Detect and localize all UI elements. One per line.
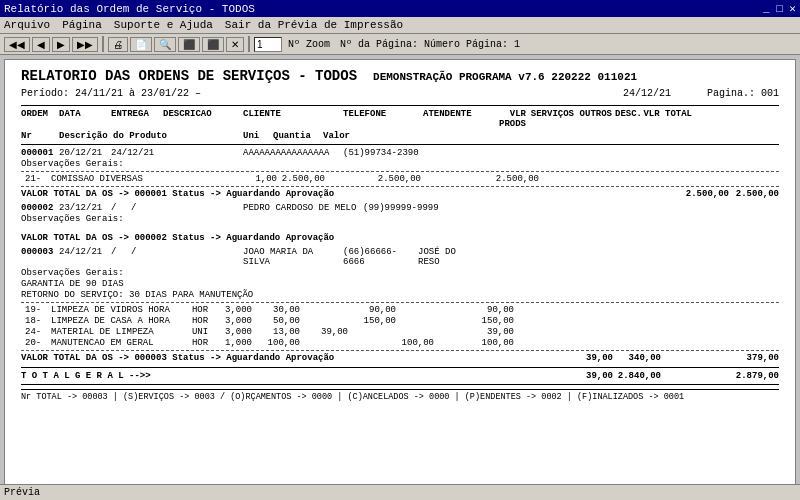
order-3-item-1: 19- LIMPEZA DE VIDROS HORA HOR 3,000 30,… [21,305,779,315]
col-vlrtotal: VLR TOTAL [642,109,692,129]
order-3-obs: Observações Gerais: [21,268,779,278]
i33-servicos [348,327,396,337]
btn-next[interactable]: ▶ [52,37,70,52]
zoom-label: Nº Zoom [288,39,330,50]
i31-uni: HOR [186,305,214,315]
o2-telefone: (99)99999-9999 [363,203,443,213]
col-outros: OUTROS [574,109,612,129]
date-right: 24/12/21 [623,88,671,99]
i32-desc: LIMPEZA DE CASA A HORA [51,316,186,326]
o2-cliente: PEDRO CARDOSO DE MELO [243,203,363,213]
order-3-row: 000003 24/12/21 / / JOAO MARIA DA SILVA … [21,247,779,267]
order-3-item-2: 18- LIMPEZA DE CASA A HORA HOR 3,000 50,… [21,316,779,326]
i33-desc2 [434,327,464,337]
order-3-total-row: VALOR TOTAL DA OS -> 000003 Status -> Ag… [21,353,779,363]
o2-data: 23/12/21 [59,203,111,213]
i34-servicos [348,338,396,348]
menu-suporte[interactable]: Suporte e Ajuda [114,19,213,31]
i33-outros [396,327,434,337]
header-row-1: ORDEM DATA ENTREGA DESCRICAO CLIENTE TEL… [21,109,779,129]
toolbar-sep-2 [248,36,250,52]
btn-tool3[interactable]: 🔍 [154,37,176,52]
o1-total-total: 2.500,00 [729,189,779,199]
order-3-obs3: RETORNO DO SERVIÇO: 30 DIAS PARA MANUTEN… [21,290,779,300]
o2-slash: / [131,203,163,213]
i32-val: 50,00 [252,316,300,326]
toolbar-sep-1 [102,36,104,52]
i34-desc2 [434,338,464,348]
order-3-obs2: GARANTIA DE 90 DIAS [21,279,779,289]
summary-text: Nr TOTAL -> 00003 | (S)ERVIÇOS -> 0003 /… [21,392,684,402]
header-divider-top [21,105,779,106]
report-title-main: RELATORIO DAS ORDENS DE SERVIÇOS - TODOS [21,68,357,84]
o1-total-servicos: 2.500,00 [681,189,729,199]
order-2-spacer [21,225,779,231]
btn-tool5[interactable]: ⬛ [202,37,224,52]
toolbar: ◀◀ ◀ ▶ ▶▶ 🖨 📄 🔍 ⬛ ⬛ ✕ Nº Zoom Nº da Pági… [0,34,800,55]
o3-total-desc2 [699,353,729,363]
col-cliente: CLIENTE [243,109,343,129]
i33-uni: UNI [186,327,214,337]
o3-total-spacer [661,353,699,363]
order-3-item-3: 24- MATERIAL DE LIMPEZA UNI 3,000 13,00 … [21,327,779,337]
btn-prev[interactable]: ◀ [32,37,50,52]
i31-vlrprods [300,305,348,315]
col-atendente: ATENDENTE [423,109,478,129]
i1-val: 2.500,00 [277,174,325,184]
order-1-item-1: 21- COMISSAO DIVERSAS 1,00 2.500,00 2.50… [21,174,779,184]
i1-vlrprods [325,174,373,184]
o2-entrega: / [111,203,131,213]
o3-total-servicos: 340,00 [613,353,661,363]
btn-tool6[interactable]: ✕ [226,37,244,52]
btn-tool1[interactable]: 🖨 [108,37,128,52]
i34-total: 100,00 [464,338,514,348]
menu-pagina[interactable]: Página [62,19,102,31]
window-controls[interactable]: _ □ ✕ [763,2,796,15]
total-geral-desc [699,371,729,381]
o3-total-label: VALOR TOTAL DA OS -> 000003 Status -> Ag… [21,353,565,363]
i33-qtd: 3,000 [214,327,252,337]
col-desc: DESC. [612,109,642,129]
i33-val: 13,00 [252,327,300,337]
o1-descricao [163,148,243,158]
o2-id: 000002 [21,203,59,213]
col-entrega: ENTREGA [111,109,163,129]
o1-total-label: VALOR TOTAL DA OS -> 000001 Status -> Ag… [21,189,681,199]
btn-last[interactable]: ▶▶ [72,37,98,52]
o3-atendente: JOSÉ DO RESO [418,247,478,267]
btn-tool4[interactable]: ⬛ [178,37,200,52]
periodo-value: 24/11/21 à 23/01/22 – [75,88,201,99]
i1-total: 2.500,00 [489,174,539,184]
order-1-row: 000001 20/12/21 24/12/21 AAAAAAAAAAAAAAA… [21,148,779,158]
summary-row: Nr TOTAL -> 00003 | (S)ERVIÇOS -> 0003 /… [21,389,779,402]
i34-desc: MANUTENCAO EM GERAL [51,338,186,348]
i1-qtd: 1,00 [239,174,277,184]
i32-uni: HOR [186,316,214,326]
o3-data: 24/12/21 [59,247,111,267]
i1-uni [211,174,239,184]
i1-outros [421,174,459,184]
i34-outros: 100,00 [396,338,434,348]
page-input[interactable] [254,37,282,52]
o3-total-vlrprods: 39,00 [565,353,613,363]
btn-first[interactable]: ◀◀ [4,37,30,52]
menu-sair[interactable]: Sair da Prévia de Impressão [225,19,403,31]
i33-total: 39,00 [464,327,514,337]
i34-val: 100,00 [252,338,300,348]
btn-tool2[interactable]: 📄 [130,37,152,52]
i34-uni: HOR [186,338,214,348]
i31-num: 19- [21,305,51,315]
col-ordem: ORDEM [21,109,59,129]
periodo-text: Período: 24/11/21 à 23/01/22 – [21,88,201,99]
menu-arquivo[interactable]: Arquivo [4,19,50,31]
o3-id: 000003 [21,247,59,267]
i1-servicos: 2.500,00 [373,174,421,184]
order-1: 000001 20/12/21 24/12/21 AAAAAAAAAAAAAAA… [21,148,779,199]
i31-val: 30,00 [252,305,300,315]
order-2-row: 000002 23/12/21 / / PEDRO CARDOSO DE MEL… [21,203,779,213]
i31-total: 90,00 [464,305,514,315]
order-1-dashed2 [21,186,779,187]
total-geral-total: 2.879,00 [729,371,779,381]
divider-summary [21,384,779,385]
col-vlrprods: VLR PRODS [478,109,526,129]
